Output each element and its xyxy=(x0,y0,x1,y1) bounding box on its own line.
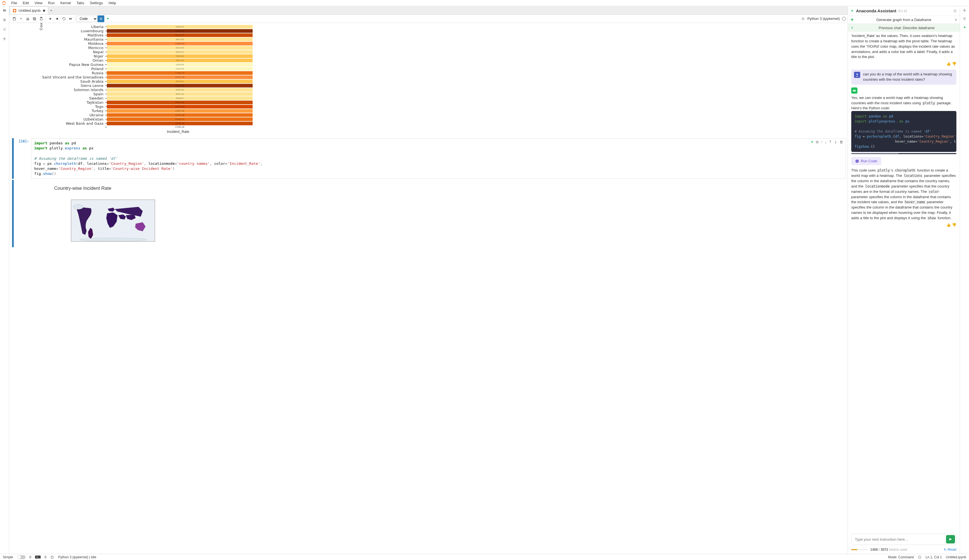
add-cell-icon[interactable]: + xyxy=(18,15,24,22)
send-icon[interactable] xyxy=(946,535,955,543)
main-area: Untitled.ipynb + + Code ✦ Python 3 (ipyk… xyxy=(0,6,969,554)
svg-point-26 xyxy=(854,90,854,91)
move-up-icon[interactable]: ↑ xyxy=(821,140,822,145)
tab-title: Untitled.ipynb xyxy=(18,8,41,13)
status-mode: Mode: Command xyxy=(888,555,914,559)
notebook-scroll[interactable]: Country_ Liberia3399.24Luxembourg59329.2… xyxy=(9,23,847,554)
copy-icon[interactable] xyxy=(31,15,38,22)
cell-editor[interactable]: import pandas as pdimport plotly.express… xyxy=(31,138,846,179)
render-icon[interactable] xyxy=(98,15,104,22)
run-icon[interactable] xyxy=(47,15,54,22)
menu-view[interactable]: View xyxy=(32,0,45,6)
menubar: FileEditViewRunKernelTabsSettingsHelp xyxy=(0,0,969,6)
svg-rect-25 xyxy=(853,90,856,91)
simple-toggle[interactable] xyxy=(17,555,25,559)
code-cell-10[interactable]: [10]: import pandas as pdimport plotly.e… xyxy=(12,138,846,179)
heatmap-row: Papua New Guinea1834.99 xyxy=(24,63,846,67)
thumbs-up-icon[interactable]: 👍 xyxy=(946,223,951,227)
menu-kernel[interactable]: Kernel xyxy=(57,0,74,6)
status-simple[interactable]: Simple xyxy=(3,555,13,559)
debugger-side-icon[interactable] xyxy=(962,17,966,21)
status-count1: 0 xyxy=(30,555,32,559)
heatmap-xlabel: Incident_Rate xyxy=(105,130,251,134)
move-down-icon[interactable]: ↓ xyxy=(825,140,827,145)
running-icon[interactable] xyxy=(3,18,7,22)
toc-icon[interactable] xyxy=(3,27,7,32)
fast-forward-icon[interactable] xyxy=(67,15,74,22)
status-filename[interactable]: Untitled.ipynb xyxy=(946,555,966,559)
cell-prompt: [10]: xyxy=(14,138,31,179)
heatmap-row: Nepal3410.31 xyxy=(24,50,846,54)
gear-icon[interactable] xyxy=(953,9,957,13)
choropleth-map[interactable] xyxy=(71,199,155,242)
heatmap-row: Oman7651.49 xyxy=(24,58,846,63)
heatmap-row: Uzbekistan20160.31 xyxy=(24,117,846,121)
paste-icon[interactable] xyxy=(38,15,45,22)
unsaved-dot-icon xyxy=(43,10,45,12)
save-icon[interactable] xyxy=(11,15,18,22)
heatmap-row: Niger7952.65 xyxy=(24,54,846,58)
folder-icon[interactable] xyxy=(3,8,7,12)
assistant-side-icon[interactable]: ✦ xyxy=(963,25,966,30)
feedback-row: 👍 👎 xyxy=(851,61,956,67)
kernel-status-icon xyxy=(842,17,846,21)
heatmap-row: Mauritania3641.85 xyxy=(24,37,846,42)
insert-above-icon[interactable]: ⤒ xyxy=(829,140,832,145)
restart-icon[interactable] xyxy=(61,15,67,22)
chip-icon[interactable] xyxy=(50,555,54,559)
menu-tabs[interactable]: Tabs xyxy=(74,0,87,6)
menu-help[interactable]: Help xyxy=(106,0,119,6)
menu-icon[interactable]: ≡ xyxy=(955,18,957,22)
ai-assist-icon[interactable]: ✦ xyxy=(811,140,814,145)
heatmap-row: Luxembourg59329.29 xyxy=(24,29,846,33)
thumbs-down-icon[interactable]: 👎 xyxy=(952,223,956,227)
menu-edit[interactable]: Edit xyxy=(20,0,32,6)
feedback-row-2: 👍 👎 xyxy=(851,223,956,228)
new-chat-icon[interactable]: + xyxy=(851,17,854,23)
svg-point-21 xyxy=(73,204,83,209)
svg-point-30 xyxy=(964,18,966,20)
assistant-input[interactable] xyxy=(855,537,946,542)
tab-add-button[interactable]: + xyxy=(48,7,54,14)
thumbs-down-icon[interactable]: 👎 xyxy=(952,61,956,66)
menu-file[interactable]: File xyxy=(8,0,20,6)
notification-icon[interactable] xyxy=(918,555,922,559)
svg-point-22 xyxy=(80,238,147,241)
extension-icon[interactable] xyxy=(3,37,7,41)
stop-icon[interactable] xyxy=(54,15,61,22)
svg-point-27 xyxy=(854,90,855,91)
terminal-badge-icon[interactable]: >_ xyxy=(35,555,40,558)
delete-cell-icon[interactable]: 🗑 xyxy=(839,140,843,145)
notebook-panel: Untitled.ipynb + + Code ✦ Python 3 (ipyk… xyxy=(9,6,847,554)
insert-below-icon[interactable]: ⤓ xyxy=(834,140,837,145)
debugger-icon[interactable] xyxy=(801,17,805,21)
cut-icon[interactable] xyxy=(24,15,31,22)
svg-rect-11 xyxy=(34,18,36,20)
reset-link[interactable]: ↻ Reset xyxy=(944,548,956,552)
chat-title: Generate graph from a Dataframe xyxy=(876,18,931,22)
code-scrollbar[interactable] xyxy=(851,153,956,154)
previous-chat-banner[interactable]: Previous chat: Describe dataframe xyxy=(848,24,960,32)
property-inspector-icon[interactable] xyxy=(962,8,966,12)
assistant-header: ✦ Anaconda Assistant 0.1.12 xyxy=(848,6,960,15)
status-kernel[interactable]: Python 3 (ipykernel) | Idle xyxy=(58,555,96,559)
ai-sparkle-icon[interactable]: ✦ xyxy=(104,15,111,22)
menu-run[interactable]: Run xyxy=(45,0,57,6)
notebook-toolbar: + Code ✦ Python 3 (ipykernel) xyxy=(9,15,847,23)
status-ln-col[interactable]: Ln 1, Col 1 xyxy=(926,555,942,559)
thumbs-up-icon[interactable]: 👍 xyxy=(946,61,951,66)
tab-untitled[interactable]: Untitled.ipynb xyxy=(10,7,48,14)
run-code-button[interactable]: Run Code xyxy=(851,157,881,165)
svg-point-24 xyxy=(857,73,858,75)
assistant-body[interactable]: 'Incident_Rate' as the values. Then, it … xyxy=(848,32,960,530)
cell-type-select[interactable]: Code xyxy=(77,16,98,22)
assistant-code-block[interactable]: import pandas as pd import plotlyexpress… xyxy=(851,111,956,152)
assistant-panel: ✦ Anaconda Assistant 0.1.12 + Generate g… xyxy=(847,6,960,554)
kernel-name[interactable]: Python 3 (ipykernel) xyxy=(807,17,840,21)
duplicate-icon[interactable]: ⧉ xyxy=(816,140,818,145)
heatmap-row: Moldova15340.90 xyxy=(24,42,846,46)
svg-point-29 xyxy=(964,10,965,11)
svg-rect-8 xyxy=(14,17,15,18)
menu-settings[interactable]: Settings xyxy=(87,0,106,6)
svg-rect-7 xyxy=(14,10,15,12)
